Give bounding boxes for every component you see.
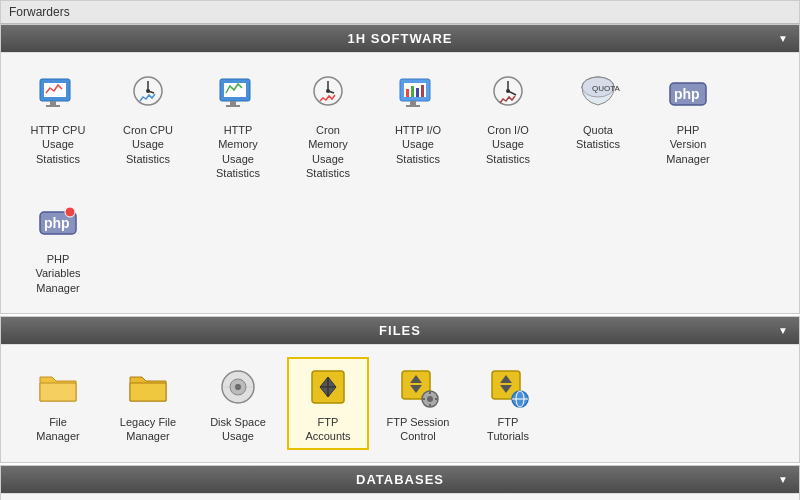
svg-rect-3 xyxy=(46,105,60,107)
svg-rect-11 xyxy=(226,105,240,107)
section-databases: DATABASES▼ MySQL MySQL Databases MySQL M… xyxy=(0,465,800,500)
icon-item-cron-io[interactable]: Cron I/O Usage Statistics xyxy=(467,65,549,186)
quota-label: Quota Statistics xyxy=(576,123,620,152)
svg-text:QUOTA: QUOTA xyxy=(592,84,620,93)
cron-io-icon xyxy=(484,71,532,119)
section-1h-software: 1H SOFTWARE▼ HTTP CPU Usage Statistics C… xyxy=(0,24,800,314)
cron-memory-label: Cron Memory Usage Statistics xyxy=(306,123,350,180)
chevron-icon: ▼ xyxy=(778,325,789,336)
svg-rect-20 xyxy=(416,88,419,97)
forwarders-label: Forwarders xyxy=(9,5,70,19)
cron-cpu-label: Cron CPU Usage Statistics xyxy=(123,123,173,166)
http-io-icon xyxy=(394,71,442,119)
svg-rect-19 xyxy=(411,86,414,97)
section-content-files: File Manager Legacy File Manager Disk Sp… xyxy=(1,344,799,462)
php-variables-icon: php xyxy=(34,200,82,248)
icon-item-ftp-session[interactable]: FTP Session Control xyxy=(377,357,459,450)
icon-item-cron-memory[interactable]: Cron Memory Usage Statistics xyxy=(287,65,369,186)
section-content-databases: MySQL MySQL Databases MySQL MySQL Databa… xyxy=(1,493,799,500)
icon-item-http-io[interactable]: HTTP I/O Usage Statistics xyxy=(377,65,459,186)
svg-rect-21 xyxy=(421,85,424,97)
svg-rect-2 xyxy=(50,101,56,105)
section-header-databases[interactable]: DATABASES▼ xyxy=(1,466,799,493)
section-files: FILES▼ File Manager Legacy File Manager … xyxy=(0,316,800,463)
http-cpu-label: HTTP CPU Usage Statistics xyxy=(31,123,86,166)
icon-item-http-cpu[interactable]: HTTP CPU Usage Statistics xyxy=(17,65,99,186)
icon-item-php-variables[interactable]: php PHP Variables Manager xyxy=(17,194,99,301)
icon-item-php-version[interactable]: php PHP Version Manager xyxy=(647,65,729,186)
svg-rect-22 xyxy=(410,101,416,105)
icon-item-http-memory[interactable]: HTTP Memory Usage Statistics xyxy=(197,65,279,186)
http-memory-label: HTTP Memory Usage Statistics xyxy=(216,123,260,180)
cron-io-label: Cron I/O Usage Statistics xyxy=(486,123,530,166)
php-variables-label: PHP Variables Manager xyxy=(35,252,80,295)
chevron-icon: ▼ xyxy=(778,33,789,44)
http-memory-icon xyxy=(214,71,262,119)
cron-memory-icon xyxy=(304,71,352,119)
forwarders-bar[interactable]: Forwarders xyxy=(0,0,800,24)
icon-item-cron-cpu[interactable]: Cron CPU Usage Statistics xyxy=(107,65,189,186)
icon-item-file-manager[interactable]: File Manager xyxy=(17,357,99,450)
svg-rect-18 xyxy=(406,89,409,97)
ftp-tutorials-label: FTP Tutorials xyxy=(487,415,529,444)
svg-point-49 xyxy=(427,396,433,402)
cron-cpu-icon xyxy=(124,71,172,119)
file-manager-icon xyxy=(34,363,82,411)
ftp-accounts-label: FTP Accounts xyxy=(305,415,350,444)
section-content-1h-software: HTTP CPU Usage Statistics Cron CPU Usage… xyxy=(1,52,799,313)
chevron-icon: ▼ xyxy=(778,474,789,485)
file-manager-label: File Manager xyxy=(36,415,79,444)
svg-rect-23 xyxy=(406,105,420,107)
disk-space-label: Disk Space Usage xyxy=(210,415,266,444)
section-header-1h-software[interactable]: 1H SOFTWARE▼ xyxy=(1,25,799,52)
ftp-session-label: FTP Session Control xyxy=(387,415,450,444)
http-cpu-icon xyxy=(34,71,82,119)
ftp-accounts-icon xyxy=(304,363,352,411)
section-header-files[interactable]: FILES▼ xyxy=(1,317,799,344)
icon-item-legacy-file-manager[interactable]: Legacy File Manager xyxy=(107,357,189,450)
php-version-icon: php xyxy=(664,71,712,119)
legacy-file-manager-icon xyxy=(124,363,172,411)
icon-item-disk-space[interactable]: Disk Space Usage xyxy=(197,357,279,450)
http-io-label: HTTP I/O Usage Statistics xyxy=(395,123,441,166)
svg-text:php: php xyxy=(674,86,700,102)
icon-item-ftp-tutorials[interactable]: FTP Tutorials xyxy=(467,357,549,450)
legacy-file-manager-label: Legacy File Manager xyxy=(120,415,176,444)
quota-icon: QUOTA xyxy=(574,71,622,119)
svg-rect-10 xyxy=(230,101,236,105)
svg-text:php: php xyxy=(44,215,70,231)
icon-item-quota[interactable]: QUOTA Quota Statistics xyxy=(557,65,639,186)
php-version-label: PHP Version Manager xyxy=(666,123,709,166)
ftp-tutorials-icon xyxy=(484,363,532,411)
svg-point-36 xyxy=(65,207,75,217)
icon-item-ftp-accounts[interactable]: FTP Accounts xyxy=(287,357,369,450)
disk-space-icon xyxy=(214,363,262,411)
ftp-session-icon xyxy=(394,363,442,411)
